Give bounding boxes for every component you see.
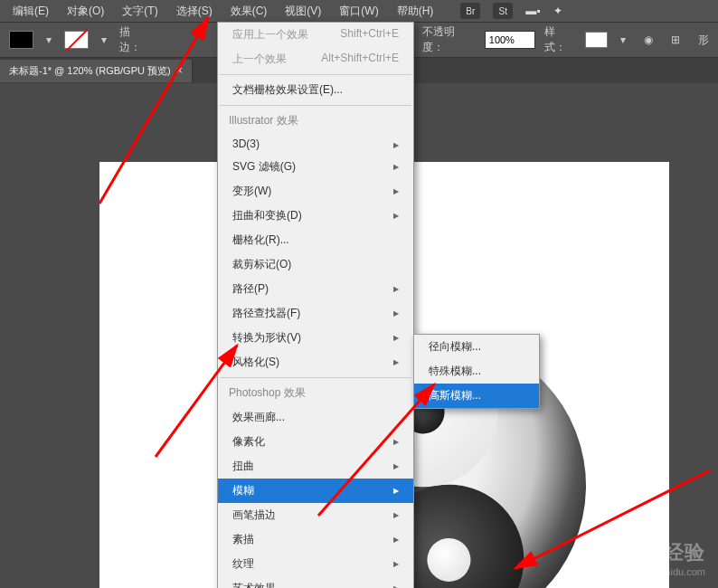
menu-warp[interactable]: 变形(W) (218, 179, 413, 204)
menu-path[interactable]: 路径(P) (218, 277, 413, 301)
bridge-icon[interactable]: Br (460, 3, 480, 19)
menu-effect-gallery[interactable]: 效果画廊... (218, 405, 413, 430)
menu-stylize-ai[interactable]: 风格化(S) (218, 350, 413, 375)
stroke-label: 描边： (119, 24, 151, 55)
menu-crop-marks[interactable]: 裁剪标记(O) (218, 252, 413, 277)
menu-text[interactable]: 文字(T) (113, 0, 166, 23)
menu-svg-filters[interactable]: SVG 滤镜(G) (218, 155, 413, 179)
opacity-label: 不透明度： (422, 24, 476, 55)
menu-rasterize[interactable]: 栅格化(R)... (218, 228, 413, 252)
menu-3d[interactable]: 3D(3) (218, 133, 413, 155)
menubar: 编辑(E) 对象(O) 文字(T) 选择(S) 效果(C) 视图(V) 窗口(W… (0, 0, 718, 22)
recolor-icon[interactable]: ◉ (644, 33, 653, 46)
menu-pixelate[interactable]: 像素化 (218, 430, 413, 454)
effect-menu: 应用上一个效果Shift+Ctrl+E 上一个效果Alt+Shift+Ctrl+… (217, 22, 414, 588)
arrange-icon[interactable]: ▬▪ (525, 5, 540, 17)
menu-sketch[interactable]: 素描 (218, 527, 413, 552)
shape-icon[interactable]: 形 (698, 33, 709, 48)
menu-distort[interactable]: 扭曲 (218, 454, 413, 479)
menu-select[interactable]: 选择(S) (167, 0, 222, 23)
stroke-dropdown[interactable]: ▾ (98, 32, 110, 48)
submenu-radial-blur[interactable]: 径向模糊... (414, 335, 539, 359)
submenu-gaussian-blur[interactable]: 高斯模糊... (414, 384, 539, 408)
style-label: 样式： (544, 24, 576, 55)
photoshop-effects-header: Photoshop 效果 (218, 381, 413, 405)
style-dropdown[interactable]: ▾ (617, 32, 629, 48)
document-tab[interactable]: 未标题-1* @ 120% (RGB/GPU 预览) × (0, 60, 193, 82)
menu-texture[interactable]: 纹理 (218, 552, 413, 576)
fill-color-swatch[interactable] (9, 31, 33, 49)
blur-submenu: 径向模糊... 特殊模糊... 高斯模糊... (413, 334, 540, 409)
watermark-url: jingyan.baidu.com (598, 566, 705, 577)
menu-pathfinder[interactable]: 路径查找器(F) (218, 301, 413, 326)
stroke-color-swatch[interactable] (64, 31, 89, 49)
menu-blur[interactable]: 模糊 (218, 479, 413, 503)
menu-apply-last-effect: 应用上一个效果Shift+Ctrl+E (218, 23, 413, 47)
illustrator-effects-header: Illustrator 效果 (218, 109, 413, 133)
tab-title: 未标题-1* @ 120% (RGB/GPU 预览) (9, 64, 171, 78)
menu-doc-raster-settings[interactable]: 文档栅格效果设置(E)... (218, 78, 413, 102)
style-swatch[interactable] (585, 32, 608, 48)
opacity-input[interactable] (485, 31, 535, 49)
menu-brush-strokes[interactable]: 画笔描边 (218, 503, 413, 527)
stock-icon[interactable]: St (493, 3, 513, 19)
align-icon[interactable]: ⊞ (671, 33, 680, 46)
sync-icon[interactable]: ✦ (553, 5, 562, 17)
close-icon[interactable]: × (176, 64, 183, 77)
menu-edit[interactable]: 编辑(E) (4, 0, 58, 23)
watermark: Baidu 经验 jingyan.baidu.com (598, 539, 705, 577)
menu-effect[interactable]: 效果(C) (222, 0, 277, 23)
menu-help[interactable]: 帮助(H) (388, 0, 443, 23)
fill-dropdown[interactable]: ▾ (43, 32, 55, 48)
menu-object[interactable]: 对象(O) (58, 0, 113, 23)
menu-view[interactable]: 视图(V) (276, 0, 330, 23)
menu-artistic[interactable]: 艺术效果 (218, 576, 413, 588)
watermark-logo: Baidu 经验 (598, 539, 705, 566)
submenu-smart-blur[interactable]: 特殊模糊... (414, 359, 539, 384)
menu-last-effect: 上一个效果Alt+Shift+Ctrl+E (218, 47, 413, 71)
menu-distort-transform[interactable]: 扭曲和变换(D) (218, 204, 413, 228)
menu-convert-shape[interactable]: 转换为形状(V) (218, 326, 413, 350)
menu-window[interactable]: 窗口(W) (330, 0, 387, 23)
